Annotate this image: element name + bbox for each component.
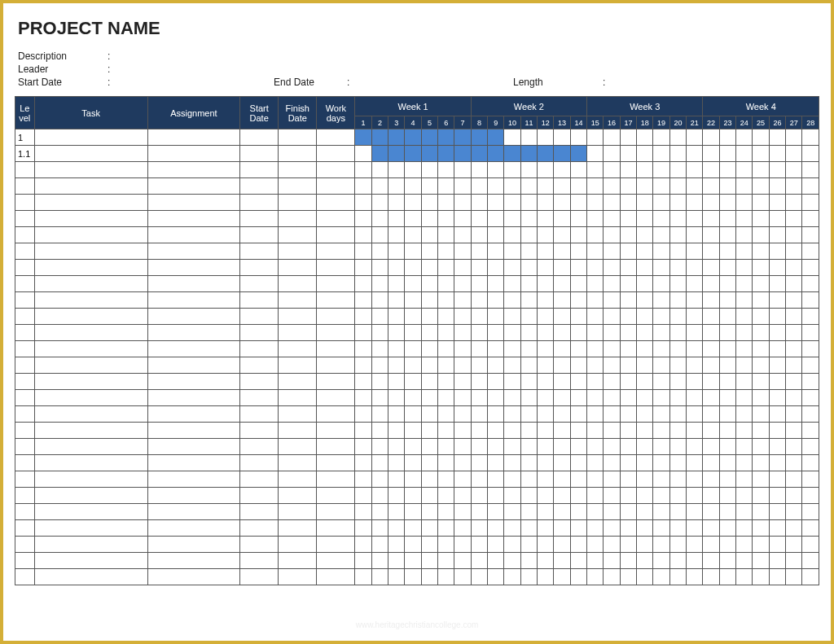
day-cell [488,227,504,243]
day-cell [355,390,371,406]
day-cell [355,341,371,357]
day-cell [719,390,735,406]
cell [317,195,355,211]
day-cell [554,520,570,537]
day-cell [587,162,604,178]
day-cell [371,374,388,390]
cell [147,227,239,243]
day-cell [786,537,802,553]
cell [240,439,279,455]
day-cell [371,260,388,276]
cell [34,227,147,243]
day-cell [405,569,421,585]
day-cell [538,178,554,195]
day-cell [736,390,753,406]
cell [279,276,317,292]
cell [279,471,317,488]
day-cell [786,423,802,439]
cell [15,455,35,471]
day-cell [570,162,586,178]
day-cell [604,471,620,488]
day-cell [786,227,802,243]
day-cell [438,569,454,585]
cell [34,553,147,569]
day-cell [471,488,487,504]
day-cell [703,178,719,195]
meta-end-date-label: End Date [274,77,347,88]
day-cell [371,406,388,423]
cell [317,537,355,553]
day-cell [421,423,437,439]
day-cell [687,195,703,211]
day-cell [653,455,669,471]
day-cell [454,423,471,439]
day-cell [786,341,802,357]
day-cell [587,227,604,243]
cell [15,211,35,227]
table-row [15,488,819,504]
day-cell [703,569,719,585]
day-cell [753,357,769,374]
day-cell [802,357,819,374]
day-cell [471,325,487,341]
day-cell [554,341,570,357]
day-cell [471,162,487,178]
cell [15,520,35,537]
day-cell [703,243,719,260]
day-cell [669,406,686,423]
cell [279,325,317,341]
day-cell [504,211,520,227]
cell [240,520,279,537]
day-cell [570,309,586,325]
day-cell [454,520,471,537]
table-row [15,292,819,309]
day-cell [388,195,405,211]
day-cell [538,423,554,439]
day-cell [488,211,504,227]
cell [34,569,147,585]
day-cell [587,504,604,520]
day-cell [653,520,669,537]
day-cell [554,569,570,585]
day-cell [488,162,504,178]
day-cell [388,178,405,195]
day-cell [388,227,405,243]
day-cell [520,309,537,325]
day-cell [388,406,405,423]
day-cell [587,325,604,341]
day-cell [454,146,471,162]
day-cell [786,569,802,585]
table-row [15,178,819,195]
day-cell [471,390,487,406]
day-cell [570,129,586,146]
day-cell [554,390,570,406]
day-cell [769,243,785,260]
day-cell [736,292,753,309]
day-cell [438,325,454,341]
day-cell [488,243,504,260]
day-cell [438,227,454,243]
day-cell [802,146,819,162]
day-cell [604,211,620,227]
cell [34,423,147,439]
day-cell [471,276,487,292]
cell [240,504,279,520]
table-row [15,276,819,292]
day-cell [669,260,686,276]
day-cell [687,325,703,341]
cell [34,471,147,488]
day-cell [703,537,719,553]
day-cell [438,471,454,488]
meta-dates: Start Date : End Date : Length : [18,77,819,88]
day-cell [637,537,653,553]
day-cell [371,276,388,292]
table-row [15,439,819,455]
day-cell [570,357,586,374]
day-cell [438,390,454,406]
header-day-27: 27 [786,116,802,129]
day-cell [587,520,604,537]
day-cell [405,390,421,406]
cell [279,569,317,585]
day-cell [620,227,636,243]
day-cell [786,325,802,341]
